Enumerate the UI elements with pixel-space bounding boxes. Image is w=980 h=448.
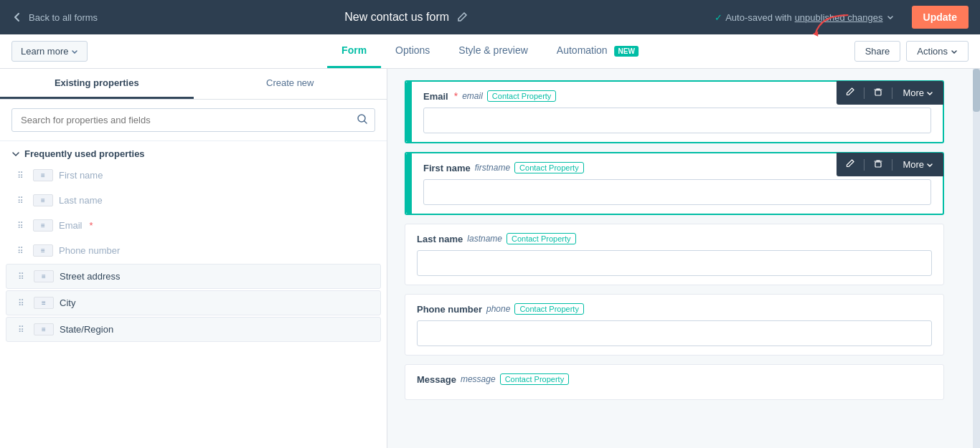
back-to-forms-link[interactable]: Back to all forms bbox=[11, 11, 98, 23]
actions-button[interactable]: Actions bbox=[906, 41, 969, 62]
field-italic-label: email bbox=[462, 91, 483, 101]
second-bar-right: Share Actions bbox=[854, 41, 969, 62]
property-name: First name bbox=[59, 170, 103, 181]
search-input[interactable] bbox=[11, 108, 375, 132]
back-label: Back to all forms bbox=[29, 12, 98, 23]
list-item: ⠿ ≡ First name bbox=[6, 163, 381, 187]
list-item: ⠿ ≡ Email * bbox=[6, 214, 381, 237]
tab-create-new[interactable]: Create new bbox=[194, 69, 387, 99]
form-title-area: New contact us form bbox=[344, 11, 468, 24]
field-label: Email bbox=[423, 91, 448, 102]
field-type-icon: ≡ bbox=[33, 194, 53, 206]
field-italic-label: firstname bbox=[475, 163, 510, 173]
edit-email-button[interactable] bbox=[841, 84, 859, 102]
field-label-row: Last name lastname Contact Property bbox=[417, 233, 932, 244]
list-item[interactable]: ⠿ ≡ State/Region bbox=[6, 317, 381, 342]
list-item[interactable]: ⠿ ≡ Street address bbox=[6, 264, 381, 289]
field-italic-label: lastname bbox=[467, 234, 502, 244]
drag-handle-icon: ⠿ bbox=[17, 196, 27, 206]
property-name: Email bbox=[59, 220, 83, 231]
field-label: First name bbox=[423, 163, 471, 173]
required-star: * bbox=[90, 220, 93, 231]
field-type-icon: ≡ bbox=[33, 219, 53, 232]
learn-more-button[interactable]: Learn more bbox=[11, 41, 88, 62]
field-type-icon: ≡ bbox=[34, 297, 54, 309]
check-icon: ✓ bbox=[715, 12, 722, 23]
delete-email-button[interactable] bbox=[869, 84, 887, 102]
field-label: Last name bbox=[417, 234, 463, 244]
contact-property-badge: Contact Property bbox=[514, 162, 584, 173]
panel-tabs: Existing properties Create new bbox=[0, 69, 387, 100]
delete-firstname-button[interactable] bbox=[869, 156, 887, 173]
automation-new-badge: NEW bbox=[615, 46, 639, 57]
field-input-preview bbox=[417, 320, 932, 346]
tab-existing-properties[interactable]: Existing properties bbox=[0, 69, 194, 99]
svg-rect-3 bbox=[875, 162, 881, 167]
field-italic-label: phone bbox=[486, 304, 510, 314]
field-accent bbox=[406, 153, 412, 214]
field-label-row: Message message Contact Property bbox=[417, 373, 932, 385]
search-box bbox=[0, 100, 387, 141]
drag-handle-icon: ⠿ bbox=[17, 221, 27, 231]
unpublished-changes-link[interactable]: unpublished changes bbox=[795, 12, 883, 23]
drag-handle-icon: ⠿ bbox=[18, 298, 28, 308]
field-accent bbox=[406, 82, 412, 142]
toolbar-divider bbox=[864, 87, 864, 99]
scrollbar-thumb[interactable] bbox=[973, 69, 980, 112]
form-canvas: More Email * email Contact Property bbox=[387, 69, 961, 420]
field-input-preview bbox=[417, 250, 932, 276]
field-input-preview bbox=[423, 179, 931, 205]
drag-handle-icon: ⠿ bbox=[17, 246, 27, 256]
lastname-field-row: Last name lastname Contact Property bbox=[405, 224, 944, 285]
field-italic-label: message bbox=[461, 374, 496, 384]
property-name: Phone number bbox=[59, 245, 120, 256]
contact-property-badge: Contact Property bbox=[514, 303, 584, 315]
edit-firstname-button[interactable] bbox=[841, 156, 859, 173]
tab-options[interactable]: Options bbox=[381, 34, 444, 68]
contact-property-badge: Contact Property bbox=[487, 90, 557, 102]
field-type-icon: ≡ bbox=[34, 270, 54, 282]
list-item: ⠿ ≡ Last name bbox=[6, 189, 381, 212]
field-label-row: Phone number phone Contact Property bbox=[417, 303, 932, 315]
contact-property-badge: Contact Property bbox=[507, 233, 576, 244]
property-name: Street address bbox=[60, 271, 121, 282]
toolbar-divider bbox=[892, 159, 892, 171]
message-field-row: Message message Contact Property bbox=[405, 364, 944, 400]
field-type-icon: ≡ bbox=[33, 244, 53, 257]
toolbar-divider bbox=[892, 87, 892, 99]
share-button[interactable]: Share bbox=[854, 41, 901, 62]
top-bar: Back to all forms New contact us form ✓ … bbox=[0, 0, 980, 34]
right-panel: More Email * email Contact Property bbox=[387, 69, 980, 448]
top-bar-right: ✓ Auto-saved with unpublished changes Up… bbox=[715, 6, 969, 29]
property-name: State/Region bbox=[60, 324, 113, 335]
tab-form[interactable]: Form bbox=[327, 34, 381, 68]
field-type-icon: ≡ bbox=[33, 169, 53, 181]
property-name: Last name bbox=[59, 195, 103, 206]
search-icon bbox=[357, 113, 368, 127]
drag-handle-icon: ⠿ bbox=[17, 171, 27, 181]
field-input-preview bbox=[423, 108, 931, 133]
second-bar-wrapper: Learn more Form Options Style & preview … bbox=[0, 34, 980, 69]
firstname-field-row: More First name firstname Contact Proper… bbox=[405, 152, 944, 215]
left-panel: Existing properties Create new Frequen bbox=[0, 69, 387, 448]
more-firstname-button[interactable]: More bbox=[897, 156, 939, 173]
property-name: City bbox=[60, 297, 75, 308]
field-label: Phone number bbox=[417, 304, 482, 315]
section-header[interactable]: Frequently used properties bbox=[0, 141, 387, 163]
autosave-text: ✓ Auto-saved with unpublished changes bbox=[715, 12, 894, 23]
tab-style-preview[interactable]: Style & preview bbox=[444, 34, 542, 68]
properties-list: Frequently used properties ⠿ ≡ First nam… bbox=[0, 141, 387, 448]
more-email-button[interactable]: More bbox=[897, 85, 939, 101]
firstname-field-toolbar: More bbox=[837, 153, 943, 176]
drag-handle-icon: ⠿ bbox=[18, 272, 28, 282]
update-button[interactable]: Update bbox=[912, 6, 969, 29]
scrollbar-track bbox=[973, 69, 980, 448]
search-input-wrapper bbox=[11, 108, 375, 132]
tab-bar: Form Options Style & preview Automation … bbox=[327, 34, 653, 68]
list-item[interactable]: ⠿ ≡ City bbox=[6, 290, 381, 315]
form-title: New contact us form bbox=[344, 11, 449, 24]
tab-automation[interactable]: Automation NEW bbox=[542, 34, 653, 68]
second-bar-left: Learn more bbox=[11, 41, 88, 62]
required-star: * bbox=[454, 90, 458, 102]
drag-handle-icon: ⠿ bbox=[18, 325, 28, 335]
